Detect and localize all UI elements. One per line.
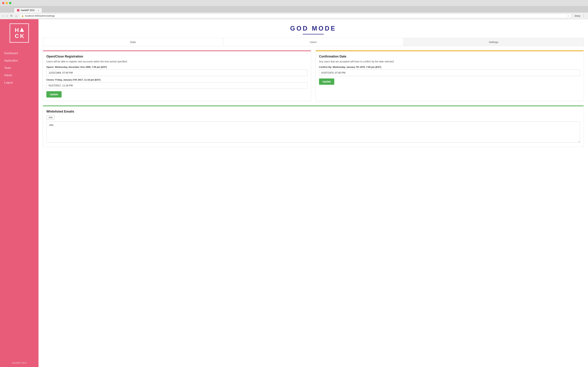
page-title: GOD MODE [38,25,588,32]
sidebar-logo: H C K [0,19,38,47]
url-bar[interactable]: 🔒 localhost:3000/admin/settings ☆ [19,14,571,18]
sidebar-item-admin[interactable]: Admin [0,72,38,79]
registration-card: Open/Close Registration Users will be ab… [43,50,311,101]
registration-update-button[interactable]: Update [46,91,62,98]
traffic-lights [2,2,11,4]
tab-settings[interactable]: Settings [404,38,584,46]
logo-h: H [14,27,19,33]
url-text: localhost:3000/admin/settings [25,15,55,17]
whitelist-card: Whitelisted Emails .edu .edu [43,105,584,147]
confirm-label: Confirm By: Wednesday, January 7th 1970,… [319,66,580,68]
sidebar-footer: HackMIT 2015 [0,359,38,367]
title-underline [303,34,324,34]
confirm-input[interactable] [319,69,580,76]
user-label: Jessy [575,15,580,17]
minimize-button[interactable] [6,2,8,4]
app-container: H C K Dashboard Application Team Admin [0,19,588,367]
lock-icon: 🔒 [21,15,24,17]
registration-card-body: Open/Close Registration Users will be ab… [43,51,311,101]
confirmation-update-button[interactable]: Update [319,78,334,85]
whitelist-tag: .edu [46,115,55,119]
maximize-button[interactable] [9,2,11,4]
forward-button[interactable]: › [6,14,8,18]
main-content: GOD MODE Stats Users Settings Open/Close… [38,19,588,367]
whitelist-card-title: Whitelisted Emails [46,110,580,113]
whitelist-textarea[interactable]: .edu [46,122,580,143]
tab-favicon [17,9,19,12]
logo-k: K [19,33,24,39]
registration-card-title: Open/Close Registration [46,55,307,58]
tab-title: HackMIT 2015 [21,9,35,12]
cards-row: Open/Close Registration Users will be ab… [43,50,584,101]
bookmark-icon[interactable]: ☆ [567,15,570,17]
whitelist-card-body: Whitelisted Emails .edu .edu [43,106,584,147]
sidebar-nav: Dashboard Application Team Admin Logout [0,47,38,359]
confirmation-card: Confirmation Date Any users that are acc… [315,50,584,101]
menu-icon[interactable]: ⋮ [582,14,586,18]
confirmation-card-body: Confirmation Date Any users that are acc… [316,51,584,88]
browser-toolbar: ‹ › ↻ ⌂ 🔒 localhost:3000/admin/settings … [0,13,588,19]
sidebar-item-dashboard[interactable]: Dashboard [0,50,38,57]
tabs-bar: Stats Users Settings [43,38,584,46]
svg-marker-0 [20,28,24,32]
content-area: Open/Close Registration Users will be ab… [38,46,588,151]
logo-c: C [14,33,19,39]
tab-close-icon[interactable]: ✕ [38,9,39,11]
logo-box: H C K [10,23,29,43]
closes-input[interactable] [46,82,307,89]
confirmation-card-desc: Any users that are accepted will have to… [319,60,580,63]
tab-stats[interactable]: Stats [43,38,223,46]
sidebar-item-application[interactable]: Application [0,57,38,64]
back-button[interactable]: ‹ [2,14,4,18]
sidebar-item-team[interactable]: Team [0,64,38,72]
opens-input[interactable] [46,69,307,76]
page-header: GOD MODE [38,19,588,38]
closes-label: Closes: Friday, January 27th 2017, 11:18… [46,78,307,81]
logo-a [19,27,24,33]
logo-text: H C K [14,27,24,39]
browser-tab[interactable]: HackMIT 2015 ✕ [14,8,42,13]
confirmation-card-title: Confirmation Date [319,55,580,58]
close-button[interactable] [2,2,4,4]
browser-titlebar [0,0,588,6]
sidebar: H C K Dashboard Application Team Admin [0,19,38,367]
tab-bar: HackMIT 2015 ✕ [0,6,588,13]
tab-users[interactable]: Users [223,38,403,46]
opens-label: Opens: Wednesday, December 31st 1969, 7:… [46,66,307,68]
registration-card-desc: Users will be able to register new accou… [46,60,307,63]
sidebar-item-logout[interactable]: Logout [0,79,38,86]
refresh-button[interactable]: ↻ [10,14,13,18]
home-button[interactable]: ⌂ [15,14,18,18]
